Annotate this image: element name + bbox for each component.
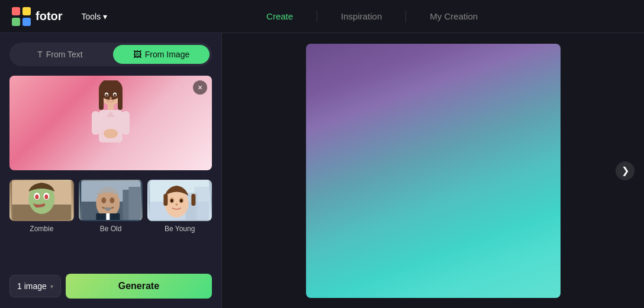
beyoung-thumbnail — [147, 180, 212, 221]
svg-rect-6 — [99, 89, 104, 110]
next-image-button[interactable]: ❯ — [616, 161, 635, 180]
tab-switcher: T From Text 🖼 From Image — [9, 43, 212, 66]
tab-from-text[interactable]: T From Text — [12, 45, 108, 64]
count-value: 1 image — [17, 281, 47, 291]
svg-rect-49 — [192, 194, 196, 206]
beold-label: Be Old — [100, 225, 122, 233]
zombie-label: Zombie — [30, 225, 53, 233]
image-tab-icon: 🖼 — [133, 50, 141, 59]
beold-thumbnail — [79, 180, 143, 221]
header: fotor Tools ▾ Create Inspiration My Crea… — [0, 0, 644, 33]
style-card-beyoung[interactable]: Be Young — [147, 180, 212, 233]
beyoung-image — [149, 181, 211, 221]
count-select[interactable]: 1 image ▾ — [9, 275, 61, 297]
generate-button[interactable]: Generate — [66, 274, 212, 299]
svg-point-13 — [104, 129, 118, 138]
svg-rect-7 — [118, 89, 123, 110]
svg-rect-0 — [12, 7, 20, 15]
logo-area: fotor — [12, 7, 63, 26]
fotor-logo-icon — [12, 7, 31, 26]
count-chevron-icon: ▾ — [50, 283, 53, 290]
svg-point-26 — [35, 194, 38, 199]
close-icon: × — [198, 83, 202, 92]
style-options: Zombie — [9, 180, 212, 233]
svg-rect-35 — [106, 213, 110, 221]
style-card-beold[interactable]: Be Old — [79, 180, 143, 233]
logo-text: fotor — [36, 9, 63, 23]
svg-rect-11 — [92, 111, 99, 135]
beold-image — [80, 181, 142, 221]
zombie-image — [11, 181, 73, 221]
svg-point-27 — [44, 194, 48, 199]
nav-divider-2 — [405, 11, 406, 22]
woman-figure-svg — [87, 80, 134, 166]
svg-point-17 — [114, 93, 116, 96]
nav-divider-1 — [317, 11, 317, 22]
svg-point-37 — [110, 197, 114, 203]
image-upload-area[interactable]: × — [9, 76, 212, 170]
svg-point-47 — [176, 203, 178, 206]
style-card-zombie[interactable]: Zombie — [9, 180, 74, 233]
text-tab-icon: T — [37, 50, 43, 59]
svg-point-36 — [101, 197, 106, 203]
tools-button[interactable]: Tools ▾ — [77, 9, 112, 24]
svg-point-16 — [105, 93, 108, 96]
zombie-thumbnail — [9, 180, 74, 221]
tab-from-image-label: From Image — [145, 50, 189, 59]
svg-rect-41 — [195, 187, 210, 221]
svg-rect-3 — [22, 18, 31, 26]
tools-chevron-icon: ▾ — [103, 12, 107, 21]
preview-image — [306, 44, 561, 298]
svg-rect-12 — [122, 111, 130, 135]
svg-point-45 — [170, 199, 173, 203]
right-panel: ❯ — [222, 33, 644, 308]
main-content: T From Text 🖼 From Image — [0, 33, 644, 308]
bottom-bar: 1 image ▾ Generate — [9, 274, 212, 299]
tab-from-image[interactable]: 🖼 From Image — [113, 45, 210, 64]
nav-create[interactable]: Create — [266, 9, 293, 24]
main-nav: Create Inspiration My Creation — [112, 9, 632, 24]
svg-point-18 — [110, 97, 112, 99]
svg-rect-48 — [164, 194, 168, 206]
tab-from-text-label: From Text — [46, 50, 83, 59]
tools-label: Tools — [82, 12, 101, 21]
nav-inspiration[interactable]: Inspiration — [341, 9, 382, 24]
svg-point-46 — [180, 199, 183, 203]
close-image-button[interactable]: × — [193, 80, 207, 95]
svg-rect-32 — [128, 187, 140, 221]
right-arrow-icon: ❯ — [622, 165, 629, 176]
nav-my-creation[interactable]: My Creation — [430, 9, 478, 24]
left-panel: T From Text 🖼 From Image — [0, 33, 222, 308]
svg-rect-2 — [12, 18, 20, 26]
beyoung-label: Be Young — [165, 225, 195, 233]
svg-point-19 — [108, 99, 114, 104]
svg-rect-1 — [22, 7, 31, 15]
uploaded-image-preview — [9, 76, 212, 170]
